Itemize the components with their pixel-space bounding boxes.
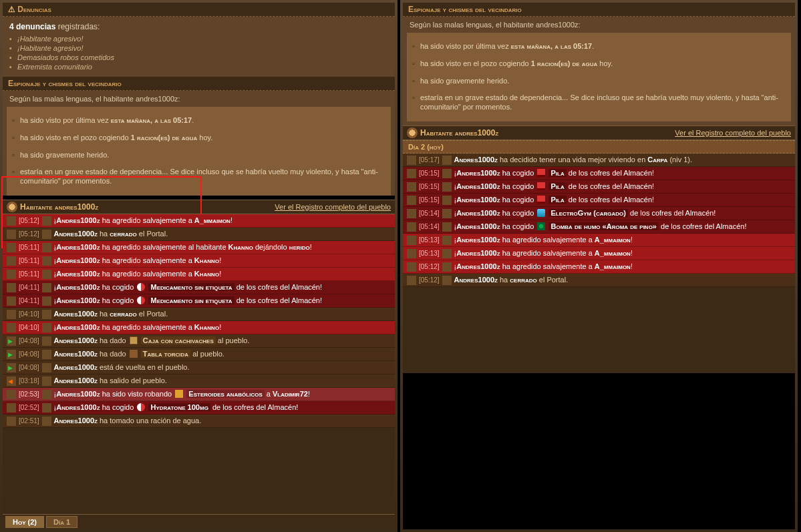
entry-icon: [407, 209, 416, 218]
entry-sub-icon: [442, 156, 452, 165]
entry-text: ¡Andres1000z ha agredido salvajemente a …: [454, 262, 791, 272]
complaint-item: ¡Habitante agresivo!: [17, 34, 388, 43]
day-tab[interactable]: Día 1: [46, 516, 77, 528]
entry-text: ¡Andres1000z ha agredido salvajemente a …: [54, 216, 391, 226]
log-entry: [05:12]Andres1000z ha cerrado el Portal.: [403, 274, 795, 287]
gossip-item: estaría en un grave estado de dependenci…: [420, 89, 784, 116]
entry-icon: [407, 236, 416, 245]
citizen-icon: [407, 127, 418, 138]
entry-text: Andres1000z ha decidido tener una vida m…: [454, 155, 791, 165]
log-entry: [02:51]Andres1000z ha tomado una ración …: [3, 415, 395, 428]
entry-icon: [7, 310, 16, 319]
entry-sub-icon: [42, 230, 51, 239]
entry-text: ¡Andres1000z ha agredido salvajemente a …: [54, 322, 391, 332]
entry-text: ¡Andres1000z ha cogido Pila de los cofre…: [454, 195, 791, 205]
entry-time: [05:14]: [419, 209, 440, 218]
complaints-block: 4 denuncias registradas: ¡Habitante agre…: [3, 17, 395, 77]
entry-sub-icon: [42, 243, 51, 252]
log-entry: [05:11]¡Andres1000z ha agredido salvajem…: [3, 268, 395, 281]
full-log-link-left[interactable]: Ver el Registro completo del pueblo: [275, 203, 391, 211]
entry-icon: [7, 256, 16, 266]
day-heading: Día 2 (hoy): [403, 140, 795, 154]
entry-time: [04:08]: [19, 350, 39, 359]
log-entry: [05:14]¡Andres1000z ha cogido ElectroGym…: [403, 207, 795, 220]
entry-time: [02:53]: [19, 390, 39, 399]
entry-icon: [407, 196, 416, 205]
day-tab[interactable]: Hoy (2): [5, 516, 44, 528]
left-pane: Denuncias 4 denuncias registradas: ¡Habi…: [0, 0, 397, 532]
entry-sub-icon: [442, 169, 452, 178]
gossip-item: ha sido visto en el pozo cogiendo 1 raci…: [420, 55, 784, 73]
complaint-item: ¡Habitante agresivo!: [17, 43, 388, 53]
entry-sub-icon: [42, 270, 51, 279]
entry-time: [02:51]: [19, 417, 39, 426]
entry-text: ¡Andres1000z ha cogido Pila de los cofre…: [454, 182, 791, 192]
entry-sub-icon: [42, 256, 51, 266]
entry-text: ¡Andres1000z ha cogido ElectroGym (carga…: [454, 208, 791, 218]
entry-time: [05:15]: [419, 169, 440, 178]
entry-icon: [407, 249, 416, 258]
gossip-intro-right: Según las malas lenguas, el habitante an…: [403, 17, 795, 30]
log-entry: [05:11]¡Andres1000z ha agredido salvajem…: [3, 254, 395, 268]
log-entry: [04:10]Andres1000z ha cerrado el Portal.: [3, 308, 395, 321]
log-entry: [04:11]¡Andres1000z ha cogido Medicament…: [3, 281, 395, 294]
log-entry: [04:11]¡Andres1000z ha cogido Medicament…: [3, 294, 395, 308]
entry-icon: [407, 262, 416, 272]
entry-text: Andres1000z ha dado Tabla torcida al pue…: [54, 349, 391, 359]
entry-sub-icon: [442, 209, 452, 218]
log-entry: [05:14]¡Andres1000z ha cogido Bomba de h…: [403, 220, 795, 234]
entry-sub-icon: [442, 196, 452, 205]
entry-sub-icon: [42, 350, 51, 359]
entry-text: Andres1000z ha cerrado el Portal.: [54, 229, 391, 239]
entry-icon: [7, 336, 16, 346]
entry-sub-icon: [442, 182, 452, 192]
log-entry: [05:15]¡Andres1000z ha cogido Pila de lo…: [403, 167, 795, 180]
log-entry: [02:52]¡Andres1000z ha cogido Hydratone …: [3, 401, 395, 415]
entry-text: Andres1000z ha cerrado el Portal.: [454, 275, 791, 285]
log-scroll-right[interactable]: [05:17]Andres1000z ha decidido tener una…: [403, 154, 795, 373]
entry-icon: [7, 270, 16, 279]
entry-time: [05:13]: [419, 249, 440, 258]
gossip-item: ha sido gravemente herido.: [420, 73, 784, 90]
entry-sub-icon: [42, 283, 51, 292]
complaint-item: Extremista comunitario: [17, 62, 388, 71]
entry-time: [05:14]: [419, 222, 440, 232]
full-log-link-right[interactable]: Ver el Registro completo del pueblo: [675, 129, 791, 137]
entry-time: [04:10]: [19, 323, 39, 332]
entry-sub-icon: [42, 296, 51, 306]
log-entry: [04:08]Andres1000z está de vuelta en el …: [3, 361, 395, 374]
entry-icon: [407, 156, 416, 165]
entry-text: ¡Andres1000z ha agredido salvajemente a …: [54, 256, 391, 266]
log-entry: [04:08]Andres1000z ha dado Tabla torcida…: [3, 348, 395, 361]
entry-time: [03:18]: [19, 376, 39, 386]
gossip-item: ha sido visto en el pozo cogiendo 1 raci…: [20, 129, 384, 147]
log-header-left: Habitante andres1000z Ver el Registro co…: [3, 200, 395, 214]
entry-sub-icon: [442, 236, 452, 245]
entry-sub-icon: [442, 249, 452, 258]
entry-time: [05:11]: [19, 243, 39, 252]
log-entry: [05:17]Andres1000z ha decidido tener una…: [403, 154, 795, 167]
log-header-label-right: Habitante andres1000z: [420, 128, 498, 138]
entry-icon: [7, 376, 16, 386]
gossip-item: estaría en un grave estado de dependenci…: [20, 164, 384, 190]
entry-text: ¡Andres1000z ha cogido Bomba de humo «Ar…: [454, 222, 791, 232]
log-entry: [04:08]Andres1000z ha dado Caja con cach…: [3, 334, 395, 348]
entry-sub-icon: [42, 417, 51, 426]
entry-icon: [7, 390, 16, 399]
entry-sub-icon: [42, 403, 51, 413]
log-entry: [03:18]Andres1000z ha salido del pueblo.: [3, 374, 395, 388]
gossip-block-right: Según las malas lenguas, el habitante an…: [403, 17, 795, 125]
entry-time: [05:12]: [19, 216, 39, 226]
right-pane: Espionaje y chismes del vecindario Según…: [400, 0, 798, 532]
entry-icon: [7, 283, 16, 292]
entry-time: [04:11]: [19, 296, 39, 306]
log-entry: [04:10]¡Andres1000z ha agredido salvajem…: [3, 321, 395, 334]
log-entry: [02:53]¡Andres1000z ha sido visto roband…: [3, 388, 395, 401]
entry-time: [05:11]: [19, 270, 39, 279]
gossip-title-left: Espionaje y chismes del vecindario: [3, 77, 395, 91]
entry-icon: [7, 417, 16, 426]
log-entry: [05:15]¡Andres1000z ha cogido Pila de lo…: [403, 194, 795, 207]
entry-text: ¡Andres1000z ha agredido salvajemente a …: [454, 248, 791, 258]
log-scroll-left[interactable]: [05:12]¡Andres1000z ha agredido salvajem…: [3, 214, 395, 514]
entry-icon: [7, 243, 16, 252]
